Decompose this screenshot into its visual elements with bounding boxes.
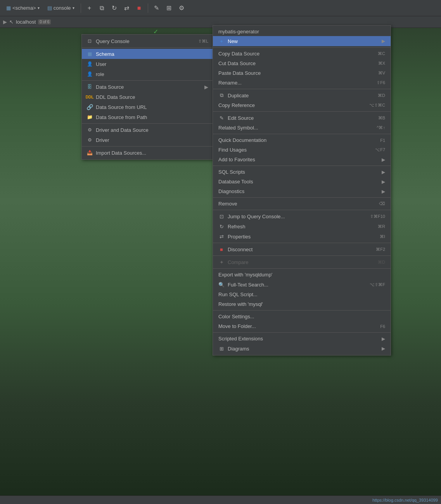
driver-datasource-item[interactable]: ⚙ Driver and Data Source [82, 125, 213, 135]
compare-item[interactable]: ✦ Compare ⌘D [213, 257, 391, 267]
rename-item[interactable]: Rename... ⇧F6 [213, 78, 391, 88]
move-folder-item[interactable]: Move to Folder... F6 [213, 321, 391, 331]
role-item[interactable]: 👤 role [82, 69, 213, 79]
quick-doc-shortcut: F1 [380, 138, 385, 143]
color-settings-item[interactable]: Color Settings... [213, 312, 391, 321]
sep-12 [213, 332, 391, 333]
duplicate-label: Duplicate [228, 93, 249, 98]
path-item[interactable]: 📁 Data Source from Path [82, 112, 213, 122]
menu-sep-4 [82, 146, 213, 147]
url-item[interactable]: 🔗 Data Source from URL [82, 102, 213, 112]
ddl-icon: DDL [86, 94, 93, 100]
remove-item[interactable]: Remove ⌫ [213, 199, 391, 209]
status-bar: https://blog.csdn.net/qq_39314099 [0, 495, 441, 504]
diagrams-item[interactable]: ⊞ Diagrams ▶ [213, 343, 391, 354]
export-mysqldump-item[interactable]: Export with 'mysqldump' [213, 270, 391, 280]
sql-scripts-item[interactable]: SQL Scripts ▶ [213, 167, 391, 177]
edit-src-icon: ✎ [218, 115, 225, 121]
console-icon: ▤ [47, 5, 52, 11]
table-button[interactable]: ⊞ [164, 3, 175, 14]
db-tools-item[interactable]: Database Tools ▶ [213, 177, 391, 186]
copy-ds-item[interactable]: Copy Data Source ⌘C [213, 49, 391, 59]
ql-icon: ⊡ [218, 213, 225, 219]
schema-tab[interactable]: ▦ <schema> ▾ [3, 3, 43, 12]
cut-ds-item[interactable]: Cut Data Source ⌘X [213, 59, 391, 68]
duplicate-icon: ⧉ [218, 92, 225, 98]
sep-10 [213, 268, 391, 269]
driver-item[interactable]: ⚙ Driver [82, 135, 213, 145]
remove-label: Remove [218, 201, 237, 207]
schema-label: Schema [96, 51, 114, 57]
paste-ds-item[interactable]: Paste Data Source ⌘V [213, 68, 391, 78]
localhost-label[interactable]: localhost [16, 19, 36, 25]
run-sql-item[interactable]: Run SQL Script... [213, 290, 391, 299]
paste-ds-shortcut: ⌘V [378, 71, 385, 76]
disconnect-icon: ■ [218, 246, 225, 252]
add-button[interactable]: + [84, 3, 95, 14]
stop-button[interactable]: ■ [134, 3, 145, 14]
diagnostics-item[interactable]: Diagnostics ▶ [213, 186, 391, 196]
quick-doc-item[interactable]: Quick Documentation F1 [213, 135, 391, 145]
mybatis-item: mybatis-generator [213, 27, 391, 36]
edit-button[interactable]: ✎ [151, 3, 162, 14]
console-tab-label: console [54, 5, 71, 11]
menu-sep-2 [82, 80, 213, 81]
diagrams-label: Diagrams [228, 346, 249, 352]
role-label: role [96, 71, 104, 77]
console-dropdown-icon: ▾ [73, 6, 74, 10]
copy-ref-shortcut: ⌥⇧⌘C [369, 103, 385, 108]
copy-ds-label: Copy Data Source [218, 51, 259, 57]
edit-src-shortcut: ⌘B [378, 116, 385, 121]
sync-button[interactable]: ⇄ [121, 3, 132, 14]
restore-mysql-item[interactable]: Restore with 'mysql' [213, 299, 391, 309]
scripted-ext-item[interactable]: Scripted Extensions ▶ [213, 334, 391, 343]
datasource-icon: 🗄 [86, 84, 93, 90]
related-item[interactable]: Related Symbol... ^⌘↑ [213, 123, 391, 133]
sep-2 [213, 89, 391, 89]
query-console-item[interactable]: ⊡ Query Console ⇧⌘L [82, 36, 213, 46]
copy-button[interactable]: ⧉ [97, 3, 107, 14]
path-icon: 📁 [86, 114, 93, 120]
export-mysqldump-label: Export with 'mysqldump' [218, 272, 272, 278]
duplicate-item[interactable]: ⧉ Duplicate ⌘D [213, 90, 391, 100]
find-usages-label: Find Usages [218, 147, 247, 153]
refresh-shortcut: ⌘R [378, 224, 385, 229]
ddl-item[interactable]: DDL DDL Data Source [82, 92, 213, 102]
status-url[interactable]: https://blog.csdn.net/qq_39314099 [372, 498, 438, 502]
compare-icon: ✦ [218, 259, 225, 265]
new-item[interactable]: + New ▶ [213, 36, 391, 46]
new-label: New [228, 38, 238, 44]
console-tab[interactable]: ▤ console ▾ [44, 3, 78, 12]
find-usages-item[interactable]: Find Usages ⌥F7 [213, 145, 391, 155]
refresh-toolbar-button[interactable]: ↻ [109, 3, 120, 14]
copy-ds-shortcut: ⌘C [378, 51, 385, 56]
filter-button[interactable]: ⚙ [176, 3, 187, 14]
disconnect-item[interactable]: ■ Disconnect ⌘F2 [213, 244, 391, 254]
user-icon: 👤 [86, 61, 93, 67]
user-item[interactable]: 👤 User [82, 59, 213, 69]
sep-3 [213, 111, 391, 112]
copy-ref-item[interactable]: Copy Reference ⌥⇧⌘C [213, 100, 391, 110]
rename-shortcut: ⇧F6 [377, 80, 385, 85]
datasource-arrow: ▶ [204, 84, 208, 90]
count-badge: 0 of 6 [38, 19, 51, 24]
schema-item[interactable]: ▦ Schema [82, 49, 213, 59]
datasource-item[interactable]: 🗄 Data Source ▶ [82, 82, 213, 92]
schema-menu-icon: ▦ [86, 51, 93, 57]
edit-src-item[interactable]: ✎ Edit Source ⌘B [213, 113, 391, 123]
related-label: Related Symbol... [218, 125, 258, 131]
properties-item[interactable]: ⇄ Properties ⌘I [213, 231, 391, 242]
path-label: Data Source from Path [96, 114, 147, 120]
refresh-item[interactable]: ↻ Refresh ⌘R [213, 221, 391, 231]
jump-console-item[interactable]: ⊡ Jump to Query Console... ⇧⌘F10 [213, 211, 391, 221]
sep-4 [213, 134, 391, 134]
fulltext-search-item[interactable]: 🔍 Full-Text Search... ⌥⇧⌘F [213, 280, 391, 290]
add-favorites-item[interactable]: Add to Favorites ▶ [213, 155, 391, 164]
cut-ds-label: Cut Data Source [218, 60, 256, 66]
diagnostics-label: Diagnostics [218, 188, 244, 194]
import-label: Import Data Sources... [96, 150, 146, 156]
import-item[interactable]: 📥 Import Data Sources... [82, 148, 213, 158]
properties-label: Properties [228, 234, 251, 240]
copy-ref-label: Copy Reference [218, 102, 255, 108]
sep-11 [213, 310, 391, 311]
